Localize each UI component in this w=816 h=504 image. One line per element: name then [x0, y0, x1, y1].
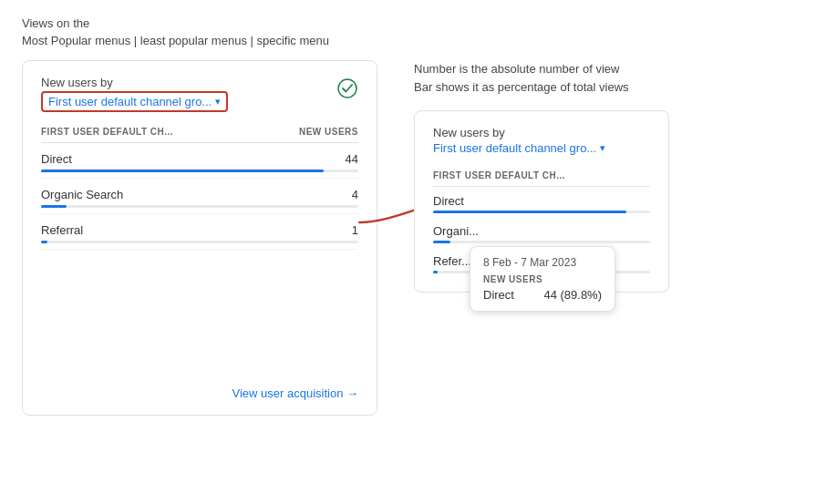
- svg-point-0: [338, 79, 356, 98]
- tooltip-date: 8 Feb - 7 Mar 2023: [483, 256, 602, 269]
- table-row: Organic Search 4: [41, 179, 358, 214]
- row-value-organic: 4: [352, 188, 358, 201]
- page-header: Views on the Most Popular menus | least …: [22, 16, 794, 47]
- card-dropdown[interactable]: First user default channel gro... ▾: [41, 91, 228, 112]
- menu-links: Most Popular menus | least popular menus…: [22, 34, 794, 47]
- info-text: Number is the absolute number of view Ba…: [414, 60, 794, 96]
- card-header: New users by First user default channel …: [41, 76, 358, 112]
- right-table-row-direct: Direct: [433, 187, 650, 217]
- bar-fill-referral: [41, 241, 47, 243]
- right-table-row-organic: Organi...: [433, 217, 650, 247]
- right-bar-fill-organic: [433, 241, 450, 243]
- menu-links-text[interactable]: Most Popular menus | least popular menus…: [22, 34, 329, 47]
- bar-fill-organic: [41, 205, 67, 208]
- view-link-label: View user acquisition →: [232, 386, 359, 400]
- right-table-header: FIRST USER DEFAULT CH...: [433, 163, 650, 187]
- bar-container-organic: [41, 205, 358, 208]
- tooltip: 8 Feb - 7 Mar 2023 NEW USERS Direct 44 (…: [470, 246, 615, 312]
- card-title-label: New users by: [41, 76, 228, 89]
- row-label-referral: Referral: [41, 223, 83, 237]
- right-bar-container-direct: [433, 211, 650, 213]
- chevron-down-icon: ▾: [215, 96, 221, 108]
- right-bar-fill-referral: [433, 271, 438, 273]
- row-value-direct: 44: [346, 152, 358, 166]
- card-footer: View user acquisition →: [232, 386, 359, 400]
- right-section: Number is the absolute number of view Ba…: [414, 60, 794, 293]
- bar-fill-direct: [41, 170, 324, 172]
- table-header: FIRST USER DEFAULT CH... NEW USERS: [41, 119, 358, 143]
- table-col-users: NEW USERS: [299, 127, 358, 137]
- row-label-organic: Organic Search: [41, 188, 123, 201]
- table-row: Direct 44: [41, 143, 358, 179]
- main-layout: New users by First user default channel …: [22, 60, 794, 416]
- right-bar-container-organic: [433, 241, 650, 243]
- table-col-channel: FIRST USER DEFAULT CH...: [41, 127, 173, 137]
- table-row: Referral 1: [41, 214, 358, 250]
- card-title-block: New users by First user default channel …: [41, 76, 228, 112]
- right-card-title-label: New users by: [433, 126, 650, 139]
- right-bar-fill-direct: [433, 211, 626, 213]
- bar-container-referral: [41, 241, 358, 243]
- views-label: Views on the: [22, 16, 794, 30]
- dropdown-label: First user default channel gro...: [48, 95, 212, 108]
- info-line1: Number is the absolute number of view: [414, 60, 794, 78]
- tooltip-value: 44 (89.8%): [543, 288, 602, 302]
- tooltip-metric-label: NEW USERS: [483, 274, 602, 284]
- row-label-direct: Direct: [41, 152, 72, 166]
- right-card-dropdown[interactable]: First user default channel gro... ▾: [433, 141, 605, 155]
- right-card: New users by First user default channel …: [414, 110, 669, 293]
- right-row-label-organic: Organi...: [433, 224, 650, 238]
- tooltip-channel: Direct: [483, 288, 514, 302]
- view-acquisition-link[interactable]: View user acquisition →: [232, 386, 359, 400]
- row-value-referral: 1: [352, 223, 358, 237]
- right-dropdown-label: First user default channel gro...: [433, 141, 596, 155]
- right-row-label-direct: Direct: [433, 194, 650, 208]
- left-card: New users by First user default channel …: [22, 60, 377, 416]
- right-chevron-icon: ▾: [600, 142, 605, 154]
- info-line2: Bar shows it as percentage of total view…: [414, 78, 794, 97]
- tooltip-row: Direct 44 (89.8%): [483, 288, 602, 302]
- bar-container-direct: [41, 170, 358, 172]
- check-circle-icon: [336, 77, 358, 99]
